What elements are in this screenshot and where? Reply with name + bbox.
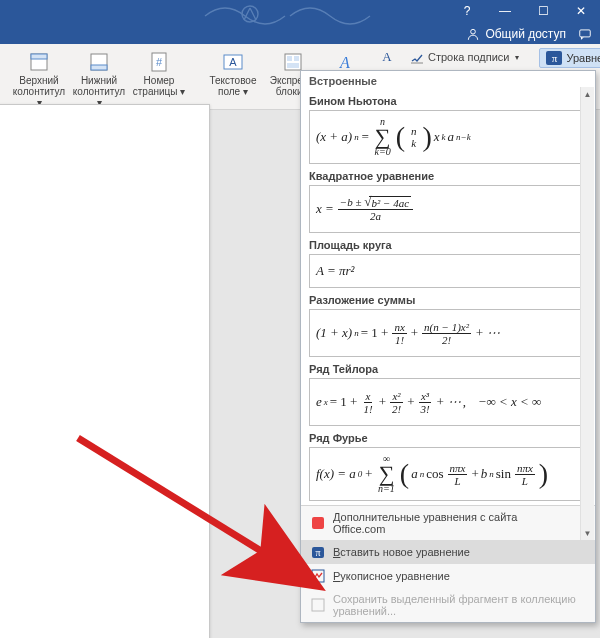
svg-rect-12 <box>287 56 292 61</box>
eq-title-fourier: Ряд Фурье <box>309 432 587 444</box>
svg-rect-2 <box>580 30 591 37</box>
pi-icon: π <box>546 51 562 65</box>
eq-item-sumexp[interactable]: (1 + x)n = 1 + nx1! + n(n − 1)x²2! + ⋯ <box>309 309 587 357</box>
svg-rect-21 <box>312 599 324 611</box>
insert-equation-item[interactable]: π ВВставить новое уравнениеставить новое… <box>301 540 595 564</box>
title-scribble <box>200 2 390 26</box>
share-label: Общий доступ <box>485 27 566 41</box>
svg-text:#: # <box>156 56 163 68</box>
page-number-icon: # <box>148 51 170 73</box>
pi-icon: π <box>311 545 325 559</box>
ink-equation-item[interactable]: Рукописное уравнение <box>301 564 595 588</box>
office-icon <box>311 516 325 530</box>
eq-title-taylor: Ряд Тейлора <box>309 363 587 375</box>
gallery-footer: Дополнительные уравнения с сайта Office.… <box>301 505 595 622</box>
gallery-scrollbar[interactable]: ▲ ▼ <box>580 87 594 540</box>
svg-point-1 <box>471 29 476 34</box>
equation-gallery: Встроенные Бином Ньютона (x + a)n = n∑k=… <box>300 70 596 623</box>
eq-title-circle: Площадь круга <box>309 239 587 251</box>
svg-text:A: A <box>339 54 350 71</box>
more-equations-item[interactable]: Дополнительные уравнения с сайта Office.… <box>301 506 595 540</box>
svg-rect-6 <box>91 65 107 70</box>
save-equation-item: Сохранить выделенный фрагмент в коллекци… <box>301 588 595 622</box>
eq-item-taylor[interactable]: ex = 1 + x1! + x²2! + x³3! + ⋯ , −∞ < x … <box>309 378 587 426</box>
save-icon <box>311 598 325 612</box>
signature-label: Строка подписи <box>428 51 509 63</box>
header-icon <box>28 51 50 73</box>
ribbon-group-header-footer: Верхнийколонтитул ▾ Нижнийколонтитул ▾ #… <box>6 44 192 109</box>
eq-item-binom[interactable]: (x + a)n = n∑k=0 (nk) xkan−k <box>309 110 587 164</box>
close-button[interactable]: ✕ <box>562 0 600 22</box>
eq-item-fourier[interactable]: f(x) = a0 + ∞∑n=1 ( an cos nπxL + bn sin… <box>309 447 587 501</box>
header-button[interactable]: Верхнийколонтитул ▾ <box>10 48 68 111</box>
scroll-up-icon[interactable]: ▲ <box>581 87 594 101</box>
svg-rect-14 <box>287 63 299 68</box>
signature-icon <box>410 50 424 64</box>
eq-title-quadratic: Квадратное уравнение <box>309 170 587 182</box>
footer-icon <box>88 51 110 73</box>
eq-title-sumexp: Разложение суммы <box>309 294 587 306</box>
page-number-button[interactable]: # Номерстраницы ▾ <box>130 48 188 111</box>
title-bar: ? — ☐ ✕ Общий доступ <box>0 0 600 44</box>
eq-item-circle[interactable]: A = πr² <box>309 254 587 288</box>
ink-icon <box>311 569 325 583</box>
gallery-header: Встроенные <box>301 71 595 89</box>
equation-dropdown-button[interactable]: π Уравнение ▾ <box>539 48 600 68</box>
person-icon <box>466 27 480 41</box>
comment-icon[interactable] <box>578 27 592 41</box>
share-bar: Общий доступ <box>466 27 592 41</box>
maximize-button[interactable]: ☐ <box>524 0 562 22</box>
svg-rect-4 <box>31 54 47 59</box>
document-page[interactable] <box>0 104 210 638</box>
title-center <box>0 0 448 44</box>
ink-equation-label: Рукописное уравнение <box>333 570 450 582</box>
textbox-button[interactable]: A Текстовоеполе ▾ <box>204 48 262 100</box>
eq-title-binom: Бином Ньютона <box>309 95 587 107</box>
svg-text:A: A <box>229 56 237 68</box>
eq-item-quadratic[interactable]: x = −b ± √b² − 4ac 2a <box>309 185 587 233</box>
minimize-button[interactable]: — <box>486 0 524 22</box>
dropcap-icon: A <box>380 50 394 64</box>
textbox-icon: A <box>222 51 244 73</box>
svg-rect-13 <box>294 56 299 61</box>
insert-equation-label: ВВставить новое уравнениеставить новое у… <box>333 546 470 558</box>
more-equations-label: Дополнительные уравнения с сайта Office.… <box>333 511 572 535</box>
gallery-scroll: Бином Ньютона (x + a)n = n∑k=0 (nk) xkan… <box>301 89 595 505</box>
equation-label: Уравнение <box>566 52 600 64</box>
help-button[interactable]: ? <box>448 0 486 22</box>
share-button[interactable]: Общий доступ <box>466 27 566 41</box>
svg-rect-19 <box>312 517 324 529</box>
signature-line-button[interactable]: Строка подписи ▾ <box>406 48 523 66</box>
scroll-down-icon[interactable]: ▼ <box>581 526 594 540</box>
dropcap-button[interactable]: A <box>376 48 398 66</box>
footer-button[interactable]: Нижнийколонтитул ▾ <box>70 48 128 111</box>
save-equation-label: Сохранить выделенный фрагмент в коллекци… <box>333 593 585 617</box>
